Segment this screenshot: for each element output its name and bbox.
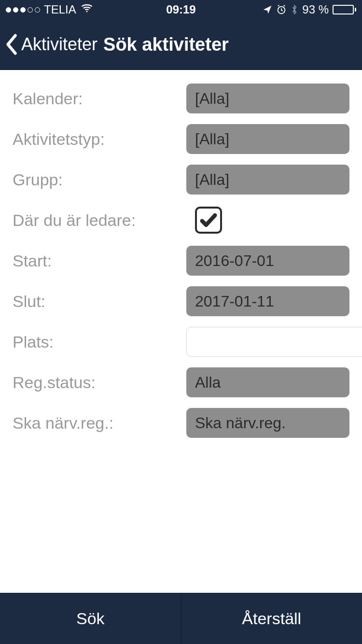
label-skanarv: Ska närv.reg.:: [13, 414, 186, 433]
label-slut: Slut:: [13, 292, 186, 311]
select-aktivitetstyp[interactable]: [Alla]: [186, 124, 349, 154]
date-slut-value: 2017-01-11: [195, 293, 274, 310]
status-left: TELIA: [6, 1, 94, 18]
date-start-value: 2016-07-01: [195, 252, 274, 270]
label-start: Start:: [13, 252, 186, 270]
battery-icon: [333, 5, 356, 14]
bluetooth-icon: [291, 4, 298, 15]
signal-strength-icon: [6, 7, 40, 13]
wifi-icon: [80, 1, 94, 18]
select-skanarv-value: Ska närv.reg.: [195, 414, 286, 432]
label-aktivitetstyp: Aktivitetstyp:: [13, 130, 186, 149]
alarm-icon: [276, 4, 287, 15]
date-start[interactable]: 2016-07-01: [186, 246, 349, 276]
select-aktivitetstyp-value: [Alla]: [195, 130, 229, 148]
search-button[interactable]: Sök: [0, 593, 181, 644]
carrier-label: TELIA: [44, 3, 76, 16]
input-plats[interactable]: [186, 327, 362, 357]
reset-button-label: Återställ: [242, 609, 301, 628]
row-skanarv: Ska närv.reg.: Ska närv.reg.: [13, 408, 349, 438]
checkbox-ledare[interactable]: [195, 207, 222, 234]
back-label: Aktiviteter: [21, 34, 97, 55]
page-title: Sök aktiviteter: [103, 34, 229, 55]
label-plats: Plats:: [13, 333, 186, 351]
status-bar: TELIA 09:19 93 %: [0, 0, 362, 19]
status-right: 93 %: [263, 3, 356, 16]
chevron-left-icon: [5, 33, 18, 56]
select-skanarv[interactable]: Ska närv.reg.: [186, 408, 349, 438]
date-slut[interactable]: 2017-01-11: [186, 286, 349, 316]
reset-button[interactable]: Återställ: [181, 593, 362, 644]
row-grupp: Grupp: [Alla]: [13, 165, 349, 195]
row-slut: Slut: 2017-01-11: [13, 286, 349, 316]
row-plats: Plats:: [13, 327, 349, 357]
back-button[interactable]: Aktiviteter: [5, 33, 97, 56]
row-ledare: Där du är ledare:: [13, 205, 349, 235]
select-kalender[interactable]: [Alla]: [186, 84, 349, 113]
select-grupp[interactable]: [Alla]: [186, 165, 349, 195]
label-kalender: Kalender:: [13, 89, 186, 108]
battery-percentage: 93 %: [302, 3, 329, 16]
navigation-bar: Aktiviteter Sök aktiviteter: [0, 19, 362, 70]
bottom-toolbar: Sök Återställ: [0, 593, 362, 644]
search-form: Kalender: [Alla] Aktivitetstyp: [Alla] G…: [0, 70, 362, 438]
select-regstatus[interactable]: Alla: [186, 367, 349, 397]
label-grupp: Grupp:: [13, 170, 186, 189]
select-grupp-value: [Alla]: [195, 171, 229, 189]
search-button-label: Sök: [76, 609, 105, 628]
label-regstatus: Reg.status:: [13, 373, 186, 392]
row-start: Start: 2016-07-01: [13, 246, 349, 276]
label-ledare: Där du är ledare:: [13, 211, 186, 230]
row-regstatus: Reg.status: Alla: [13, 367, 349, 397]
check-icon: [199, 210, 218, 230]
row-aktivitetstyp: Aktivitetstyp: [Alla]: [13, 124, 349, 154]
select-kalender-value: [Alla]: [195, 90, 229, 108]
location-icon: [263, 5, 272, 14]
svg-point-0: [86, 11, 87, 13]
row-kalender: Kalender: [Alla]: [13, 84, 349, 113]
status-time: 09:19: [166, 3, 195, 16]
select-regstatus-value: Alla: [195, 374, 221, 392]
